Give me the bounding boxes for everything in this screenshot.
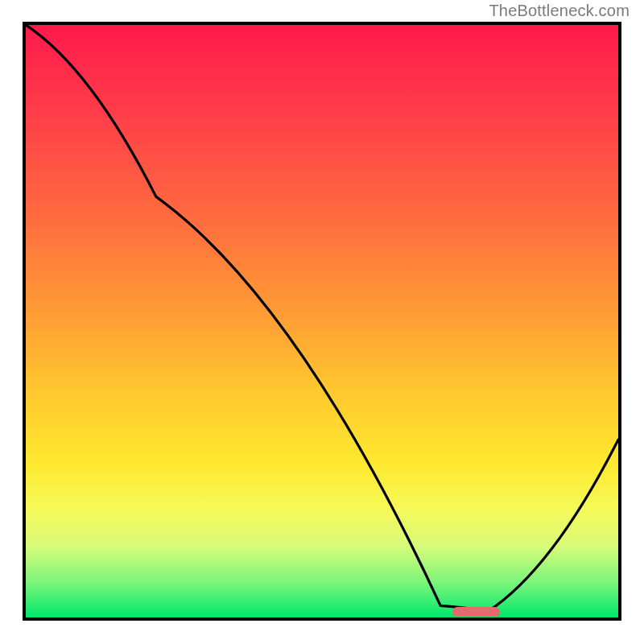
bottleneck-curve-path (26, 25, 618, 612)
chart-frame (23, 22, 621, 621)
optimal-range-marker (452, 607, 500, 617)
bottleneck-curve (26, 25, 618, 617)
watermark-text: TheBottleneck.com (489, 2, 630, 20)
